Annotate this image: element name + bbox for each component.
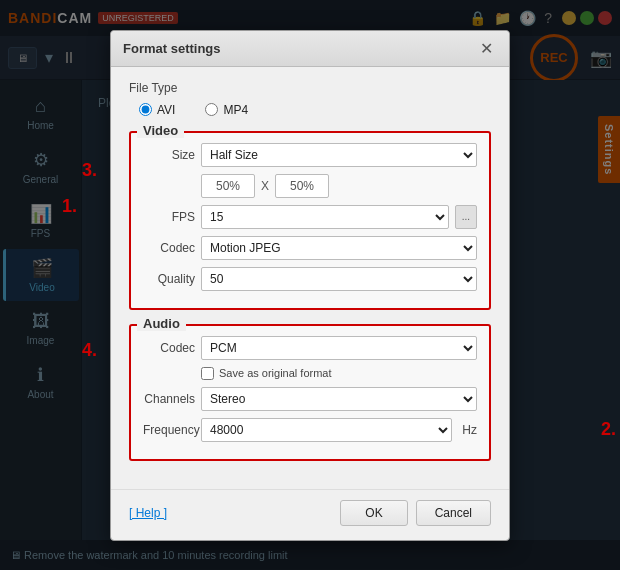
save-original-checkbox[interactable] (201, 367, 214, 380)
footer-buttons: OK Cancel (340, 500, 491, 526)
save-original-label[interactable]: Save as original format (219, 367, 332, 379)
fps-row: FPS 15 30 60 ... (143, 205, 477, 229)
mp4-label: MP4 (223, 103, 248, 117)
frequency-label: Frequency (143, 423, 195, 437)
frequency-row: Frequency 48000 44100 22050 Hz (143, 418, 477, 442)
codec-row: Codec Motion JPEG Xvid x264 (143, 236, 477, 260)
file-type-label: File Type (129, 81, 491, 95)
avi-label: AVI (157, 103, 175, 117)
number-2: 2. (601, 419, 616, 440)
avi-option[interactable]: AVI (139, 103, 175, 117)
modal-overlay: 3. 4. Format settings ✕ File Type AVI (0, 0, 620, 570)
size-pct2: 50% (275, 174, 329, 198)
fps-dots-button[interactable]: ... (455, 205, 477, 229)
dialog-titlebar: Format settings ✕ (111, 31, 509, 67)
audio-section-label: Audio (137, 316, 186, 331)
save-original-row: Save as original format (201, 367, 477, 380)
size-pct-row: 50% X 50% (143, 174, 477, 198)
codec-label: Codec (143, 241, 195, 255)
hz-label: Hz (462, 423, 477, 437)
audio-codec-row: Codec PCM AAC MP3 (143, 336, 477, 360)
dialog-close-button[interactable]: ✕ (476, 39, 497, 58)
channels-select[interactable]: Stereo Mono (201, 387, 477, 411)
cancel-button[interactable]: Cancel (416, 500, 491, 526)
dialog-footer: [ Help ] OK Cancel (111, 489, 509, 540)
size-x: X (261, 179, 269, 193)
avi-radio[interactable] (139, 103, 152, 116)
dialog-container: 3. 4. Format settings ✕ File Type AVI (110, 30, 510, 541)
audio-codec-select[interactable]: PCM AAC MP3 (201, 336, 477, 360)
channels-label: Channels (143, 392, 195, 406)
quality-row: Quality 50 60 70 80 90 100 (143, 267, 477, 291)
audio-section: Audio Codec PCM AAC MP3 (129, 324, 491, 461)
size-pct1: 50% (201, 174, 255, 198)
dialog-body: File Type AVI MP4 Video (111, 67, 509, 489)
channels-row: Channels Stereo Mono (143, 387, 477, 411)
size-row: Size Half Size Full Size Custom (143, 143, 477, 167)
fps-label: FPS (143, 210, 195, 224)
number-1: 1. (62, 196, 77, 217)
format-settings-dialog: Format settings ✕ File Type AVI (110, 30, 510, 541)
app-window: BANDICAM UNREGISTERED 🔒 📁 🕐 ? 🖥 ▾ ⏸ REC … (0, 0, 620, 570)
quality-select[interactable]: 50 60 70 80 90 100 (201, 267, 477, 291)
help-link[interactable]: [ Help ] (129, 506, 340, 520)
codec-select[interactable]: Motion JPEG Xvid x264 (201, 236, 477, 260)
ok-button[interactable]: OK (340, 500, 407, 526)
number-4: 4. (82, 340, 97, 361)
video-section: Video Size Half Size Full Size Custom (129, 131, 491, 310)
size-label: Size (143, 148, 195, 162)
audio-codec-label: Codec (143, 341, 195, 355)
file-type-row: AVI MP4 (139, 103, 491, 117)
frequency-select[interactable]: 48000 44100 22050 (201, 418, 452, 442)
dialog-title: Format settings (123, 41, 476, 56)
mp4-radio[interactable] (205, 103, 218, 116)
mp4-option[interactable]: MP4 (205, 103, 248, 117)
video-section-label: Video (137, 123, 184, 138)
number-3: 3. (82, 160, 97, 181)
quality-label: Quality (143, 272, 195, 286)
size-select[interactable]: Half Size Full Size Custom (201, 143, 477, 167)
size-inputs: 50% X 50% (201, 174, 477, 198)
fps-select[interactable]: 15 30 60 (201, 205, 449, 229)
